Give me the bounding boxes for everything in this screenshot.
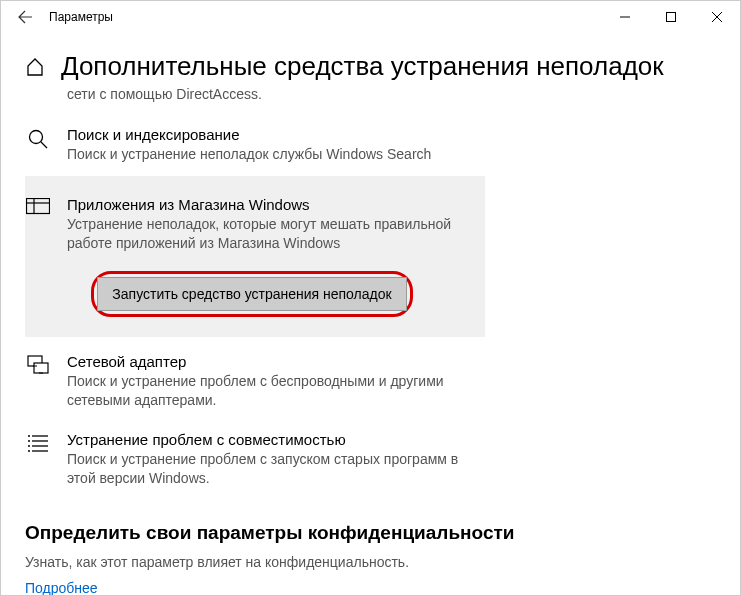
content-area: сети с помощью DirectAccess. Поиск и инд… (1, 86, 740, 596)
page-header: Дополнительные средства устранения непол… (1, 33, 740, 86)
troubleshooter-compat[interactable]: Устранение проблем с совместимостью Поис… (25, 421, 485, 500)
item-desc: Поиск и устранение неполадок службы Wind… (67, 145, 479, 164)
item-desc: Поиск и устранение проблем с запуском ст… (67, 450, 479, 488)
privacy-subtext: Узнать, как этот параметр влияет на конф… (25, 554, 716, 570)
back-button[interactable] (9, 1, 41, 33)
minimize-button[interactable] (602, 1, 648, 33)
search-icon (25, 126, 51, 152)
home-icon[interactable] (25, 57, 45, 77)
minimize-icon (620, 12, 630, 22)
item-desc: Поиск и устранение проблем с беспроводны… (67, 372, 479, 410)
troubleshooter-store[interactable]: Приложения из Магазина Windows Устранени… (25, 186, 479, 271)
network-adapter-icon (25, 353, 51, 379)
compatibility-icon (25, 431, 51, 457)
highlight-annotation: Запустить средство устранения неполадок (91, 271, 412, 317)
window-title: Параметры (49, 10, 113, 24)
close-icon (712, 12, 722, 22)
run-troubleshooter-button[interactable]: Запустить средство устранения неполадок (97, 277, 406, 311)
item-title: Приложения из Магазина Windows (67, 196, 473, 213)
item-desc: Устранение неполадок, которые могут меша… (67, 215, 473, 253)
learn-more-link[interactable]: Подробнее (25, 580, 716, 596)
svg-rect-2 (27, 198, 50, 213)
svg-point-1 (30, 131, 43, 144)
troubleshooter-network[interactable]: Сетевой адаптер Поиск и устранение пробл… (25, 343, 485, 422)
maximize-button[interactable] (648, 1, 694, 33)
troubleshooter-search[interactable]: Поиск и индексирование Поиск и устранени… (25, 116, 485, 176)
troubleshooter-store-selected: Приложения из Магазина Windows Устранени… (25, 176, 485, 337)
privacy-heading: Определить свои параметры конфиденциальн… (25, 522, 716, 544)
page-title: Дополнительные средства устранения непол… (61, 51, 664, 82)
window-controls (602, 1, 740, 33)
pre-text-fragment: сети с помощью DirectAccess. (67, 86, 716, 102)
titlebar: Параметры (1, 1, 740, 33)
troubleshooter-list: Поиск и индексирование Поиск и устранени… (25, 116, 485, 500)
item-title: Устранение проблем с совместимостью (67, 431, 479, 448)
store-app-icon (25, 196, 51, 222)
item-title: Сетевой адаптер (67, 353, 479, 370)
close-button[interactable] (694, 1, 740, 33)
back-arrow-icon (17, 9, 33, 25)
item-title: Поиск и индексирование (67, 126, 479, 143)
svg-rect-0 (667, 13, 676, 22)
svg-rect-6 (34, 363, 48, 373)
maximize-icon (666, 12, 676, 22)
